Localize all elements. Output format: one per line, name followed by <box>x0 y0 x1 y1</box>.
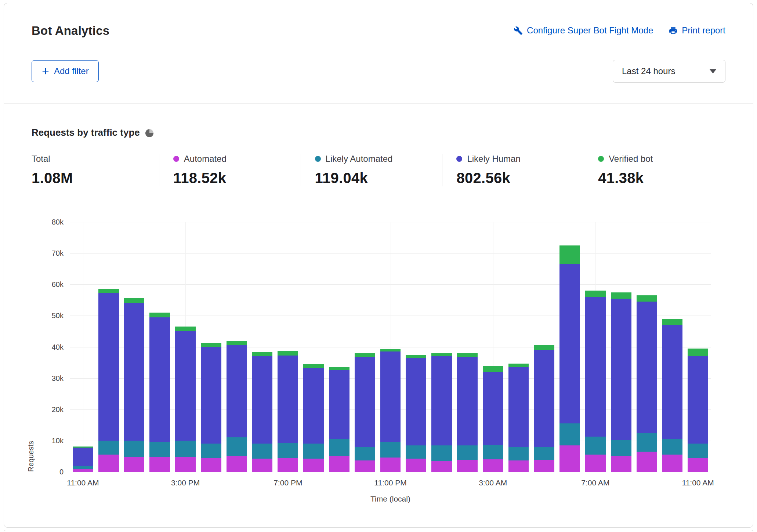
bar-segment-likely-automated[interactable] <box>201 444 221 458</box>
bar[interactable] <box>585 222 606 472</box>
bar[interactable] <box>252 222 273 472</box>
bar-segment-automated[interactable] <box>355 460 375 472</box>
bar-segment-likely-human[interactable] <box>124 303 145 441</box>
bar-segment-likely-automated[interactable] <box>149 442 170 457</box>
bar-segment-likely-human[interactable] <box>149 317 170 442</box>
stat-automated[interactable]: Automated 118.52k <box>159 154 301 186</box>
bar-segment-likely-automated[interactable] <box>457 445 478 460</box>
bar-segment-verified-bot[interactable] <box>175 327 196 331</box>
bar-segment-verified-bot[interactable] <box>585 291 606 297</box>
bar-segment-verified-bot[interactable] <box>278 351 298 355</box>
bar[interactable] <box>508 222 529 472</box>
bar-segment-automated[interactable] <box>559 445 580 472</box>
bar-segment-likely-human[interactable] <box>303 368 324 444</box>
bar-segment-likely-human[interactable] <box>329 370 349 439</box>
bar-segment-verified-bot[interactable] <box>98 289 119 293</box>
bar-segment-verified-bot[interactable] <box>303 364 324 368</box>
bar-segment-likely-automated[interactable] <box>534 447 554 460</box>
bar-segment-likely-automated[interactable] <box>355 447 375 460</box>
bar-segment-automated[interactable] <box>431 461 452 472</box>
bar-segment-likely-human[interactable] <box>278 356 298 443</box>
bar-segment-verified-bot[interactable] <box>457 353 478 357</box>
bar-segment-automated[interactable] <box>585 455 606 472</box>
bar-segment-likely-human[interactable] <box>252 356 273 444</box>
bar[interactable] <box>278 222 298 472</box>
stat-verified-bot[interactable]: Verified bot 41.38k <box>584 154 725 186</box>
bar-segment-verified-bot[interactable] <box>201 343 221 347</box>
bar-segment-automated[interactable] <box>457 460 478 472</box>
bar-segment-automated[interactable] <box>534 460 554 472</box>
bar-segment-likely-automated[interactable] <box>585 437 606 455</box>
bar-segment-likely-automated[interactable] <box>98 441 119 455</box>
bar-segment-likely-automated[interactable] <box>406 445 426 459</box>
bar-segment-automated[interactable] <box>252 459 273 472</box>
bar-segment-likely-human[interactable] <box>688 356 708 444</box>
bar-segment-automated[interactable] <box>98 455 119 472</box>
bar-segment-likely-human[interactable] <box>534 350 554 447</box>
bar[interactable] <box>637 222 657 472</box>
bar-segment-likely-human[interactable] <box>508 367 529 447</box>
bar-segment-verified-bot[interactable] <box>227 341 247 346</box>
bar-segment-verified-bot[interactable] <box>124 298 145 303</box>
bar-segment-likely-automated[interactable] <box>278 443 298 458</box>
bar-segment-automated[interactable] <box>227 456 247 472</box>
bar[interactable] <box>662 222 682 472</box>
bar[interactable] <box>329 222 349 472</box>
bar-segment-verified-bot[interactable] <box>355 353 375 357</box>
bar[interactable] <box>355 222 375 472</box>
bar-segment-likely-automated[interactable] <box>662 439 682 455</box>
bar-segment-likely-automated[interactable] <box>303 444 324 459</box>
bar-segment-automated[interactable] <box>508 460 529 472</box>
configure-super-bot-fight-mode-link[interactable]: Configure Super Bot Fight Mode <box>514 25 653 36</box>
bar-segment-likely-human[interactable] <box>431 356 452 445</box>
bar-segment-automated[interactable] <box>637 452 657 472</box>
bar[interactable] <box>457 222 478 472</box>
print-report-link[interactable]: Print report <box>669 25 725 36</box>
bar-segment-likely-human[interactable] <box>406 358 426 445</box>
bar[interactable] <box>149 222 170 472</box>
bar-segment-verified-bot[interactable] <box>431 353 452 357</box>
bar-segment-verified-bot[interactable] <box>483 366 503 372</box>
bar-segment-likely-automated[interactable] <box>227 437 247 456</box>
bar-segment-automated[interactable] <box>201 458 221 472</box>
bar-segment-verified-bot[interactable] <box>380 349 401 351</box>
stat-likely-human[interactable]: Likely Human 802.56k <box>442 154 584 186</box>
bar[interactable] <box>201 222 221 472</box>
bar[interactable] <box>483 222 503 472</box>
bar[interactable] <box>380 222 401 472</box>
bar[interactable] <box>559 222 580 472</box>
bar-segment-likely-human[interactable] <box>662 325 682 439</box>
bar-segment-automated[interactable] <box>406 459 426 472</box>
bar-segment-verified-bot[interactable] <box>508 364 529 367</box>
bar[interactable] <box>73 222 93 472</box>
bar-segment-likely-automated[interactable] <box>431 445 452 461</box>
bar-segment-likely-automated[interactable] <box>611 440 631 456</box>
bar-segment-verified-bot[interactable] <box>688 349 708 356</box>
bar-segment-verified-bot[interactable] <box>406 355 426 358</box>
time-range-select[interactable]: Last 24 hours <box>613 60 725 83</box>
bar-segment-automated[interactable] <box>303 459 324 472</box>
bar-segment-likely-human[interactable] <box>457 357 478 445</box>
bar-segment-likely-automated[interactable] <box>637 433 657 451</box>
bar-segment-verified-bot[interactable] <box>637 295 657 302</box>
bar-segment-verified-bot[interactable] <box>252 352 273 356</box>
bar-segment-automated[interactable] <box>149 457 170 472</box>
bar-segment-verified-bot[interactable] <box>329 367 349 370</box>
bar-segment-likely-automated[interactable] <box>688 444 708 458</box>
bar-segment-verified-bot[interactable] <box>611 292 631 299</box>
bar-segment-likely-human[interactable] <box>98 293 119 441</box>
bar-segment-likely-human[interactable] <box>611 299 631 440</box>
bar-segment-verified-bot[interactable] <box>559 245 580 264</box>
bar-segment-automated[interactable] <box>380 458 401 472</box>
bar-segment-likely-human[interactable] <box>483 372 503 445</box>
bar-segment-likely-human[interactable] <box>637 302 657 433</box>
bar-segment-verified-bot[interactable] <box>662 319 682 325</box>
bar-segment-likely-human[interactable] <box>559 264 580 423</box>
bar-segment-likely-automated[interactable] <box>329 439 349 456</box>
bar-segment-automated[interactable] <box>611 456 631 472</box>
bar[interactable] <box>227 222 247 472</box>
bar-segment-likely-automated[interactable] <box>73 466 93 470</box>
bar-segment-verified-bot[interactable] <box>534 345 554 350</box>
bar[interactable] <box>688 222 708 472</box>
bar[interactable] <box>175 222 196 472</box>
